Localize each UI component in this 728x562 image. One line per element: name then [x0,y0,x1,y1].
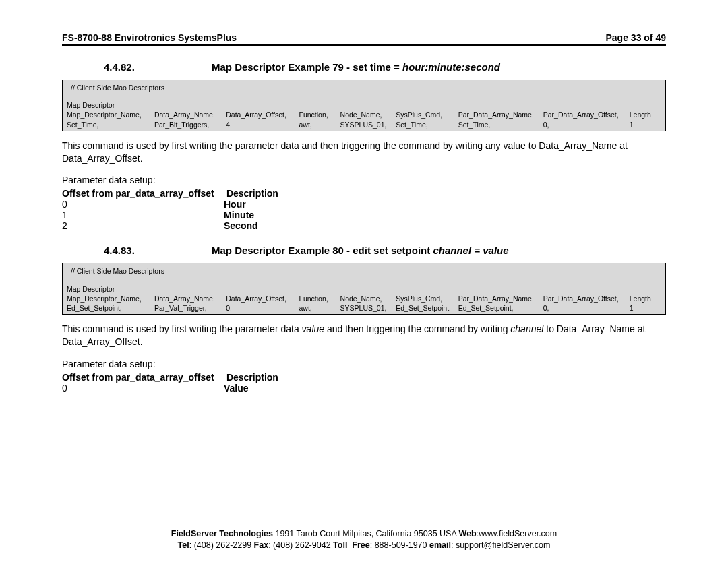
section-title-83a: Map Descriptor Example 80 - edit set set… [212,245,433,256]
section-number-82: 4.4.82. [62,61,212,73]
param-hdr-offset: Offset from par_data_array_offset [62,188,224,199]
param-table-83: Offset from par_data_array_offset Descri… [62,372,666,394]
param-label-82: Parameter data setup: [62,174,666,187]
param-table-82: Offset from par_data_array_offset Descri… [62,188,666,231]
code-subhead: Map Descriptor [67,100,661,110]
code-data-row: Set_Time, Par_Bit_Triggers, 4, awt, SYSP… [67,120,661,129]
section-83-text: This command is used by first writing th… [62,323,666,348]
section-title-82a: Map Descriptor Example 79 - set time = [212,61,402,73]
section-heading-82: 4.4.82.Map Descriptor Example 79 - set t… [62,61,666,73]
section-82-text: This command is used by first writing th… [62,139,666,165]
header-right: Page 33 of 49 [606,32,667,43]
page-footer: FieldServer Technologies 1991 Tarob Cour… [62,526,666,551]
code-comment: // Client Side Mao Descriptors [67,83,661,92]
code-subhead: Map Descriptor [67,284,661,294]
code-comment: // Client Side Mao Descriptors [67,266,661,276]
page-header: FS-8700-88 Envirotronics SystemsPlus Pag… [62,32,666,46]
param-hdr-desc: Description [226,188,278,199]
code-data-row: Ed_Set_Setpoint, Par_Val_Trigger, 0, awt… [67,303,661,313]
section-title-83b: channel = value [433,245,508,256]
footer-company: FieldServer Technologies [171,529,273,538]
code-block-83: // Client Side Mao Descriptors Map Descr… [62,263,666,315]
param-hdr-desc: Description [226,372,278,383]
code-block-82: // Client Side Mao Descriptors Map Descr… [62,80,666,131]
section-title-82b: hour:minute:second [402,61,500,73]
code-header-row: Map_Descriptor_Name, Data_Array_Name, Da… [67,110,661,119]
param-label-83: Parameter data setup: [62,358,666,371]
section-heading-83: 4.4.83.Map Descriptor Example 80 - edit … [62,245,666,256]
section-number-83: 4.4.83. [62,245,212,256]
code-header-row: Map_Descriptor_Name, Data_Array_Name, Da… [67,294,661,303]
param-hdr-offset: Offset from par_data_array_offset [62,372,224,383]
header-left: FS-8700-88 Envirotronics SystemsPlus [62,32,237,43]
